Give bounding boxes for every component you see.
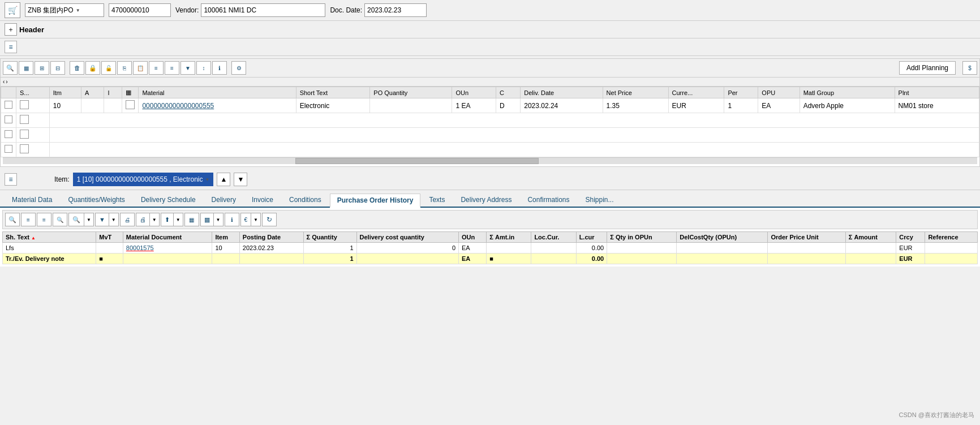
tab-texts[interactable]: Texts	[422, 193, 452, 207]
tab-conditions[interactable]: Conditions	[282, 193, 329, 207]
align-left-btn[interactable]: ≡	[149, 61, 164, 75]
po-print-split-btn[interactable]: 🖨 ▼	[136, 213, 160, 226]
po-table-scroll[interactable]: Sh. Text ▲ MvT Material Document Item Po…	[2, 231, 978, 264]
items-table-toolbar: 🔍 ▦ ⊞ ⊟ 🗑 🔒 🔓 ⎘ 📋 ≡ ≡ ▼ ↕ ℹ ⚙ Addl Plann…	[1, 59, 979, 78]
po-info-btn[interactable]: ℹ	[225, 213, 239, 226]
table-row	[1, 113, 979, 128]
tab-material-data[interactable]: Material Data	[5, 193, 59, 207]
po-export-arrow[interactable]: ▼	[174, 213, 183, 226]
tab-invoice[interactable]: Invoice	[244, 193, 281, 207]
po-search-main[interactable]: 🔍	[69, 213, 84, 226]
grid-btn[interactable]: ▦	[19, 61, 33, 75]
ph-sum-crcy: EUR	[896, 254, 925, 264]
col-c: C	[496, 87, 521, 98]
ph-col-mat-doc: Material Document	[123, 232, 212, 243]
col-plnt: Plnt	[895, 87, 979, 98]
po-refresh-btn[interactable]: ↻	[262, 213, 277, 226]
lock-btn[interactable]: 🔒	[85, 61, 100, 75]
row-select-box[interactable]	[20, 100, 29, 109]
col-checkbox	[1, 87, 16, 98]
vendor-group: Vendor:	[175, 3, 325, 17]
po-currency-arrow[interactable]: ▼	[251, 213, 260, 226]
po-zoom-btn[interactable]: 🔍	[5, 213, 20, 226]
addl-planning-btn[interactable]: Addl Planning	[899, 61, 956, 75]
tab-delivery-schedule[interactable]: Delivery Schedule	[134, 193, 203, 207]
po-print-btn[interactable]: 🖨	[120, 213, 135, 226]
item-nav-down[interactable]: ▼	[234, 173, 247, 186]
unlock-btn[interactable]: 🔓	[101, 61, 116, 75]
item-section-icon[interactable]: ≡	[5, 173, 17, 186]
item-label: Item:	[54, 175, 70, 183]
tile-btn[interactable]: ⊞	[35, 61, 49, 75]
po-search-btn[interactable]: 🔍	[53, 213, 67, 226]
scroll-left[interactable]: ‹	[3, 79, 5, 85]
ph-col-crcy: Crcy	[896, 232, 925, 243]
po-filter-arrow[interactable]: ▼	[109, 213, 118, 226]
po-grid-arrow[interactable]: ▼	[214, 213, 223, 226]
scroll-nav: ‹ ›	[1, 78, 979, 87]
po-print-main[interactable]: 🖨	[136, 213, 150, 226]
row-checkbox[interactable]	[5, 145, 12, 153]
cell-short-text: Electronic	[296, 98, 370, 113]
row-select-box[interactable]	[20, 130, 29, 139]
sort-btn[interactable]: ↕	[196, 61, 211, 75]
po-export-main[interactable]: ⬆	[161, 213, 174, 226]
delete-btn[interactable]: 🗑	[70, 61, 84, 75]
tab-delivery-address[interactable]: Delivery Address	[453, 193, 519, 207]
doc-date-input[interactable]	[364, 3, 427, 17]
po-number-input[interactable]	[109, 3, 171, 17]
po-grid-btn[interactable]: ▦	[184, 213, 199, 226]
section-icon[interactable]: ≡	[5, 41, 17, 53]
items-scrollbar[interactable]	[3, 157, 977, 164]
row-select-box[interactable]	[20, 144, 29, 153]
items-table-scroll[interactable]: S... Itm A I ▦ Material Short Text PO Qu…	[1, 87, 979, 157]
header-expand-btn[interactable]: ＋	[5, 23, 17, 36]
po-export-split-btn[interactable]: ⬆ ▼	[161, 213, 183, 226]
row-checkbox[interactable]	[5, 101, 12, 109]
cell-net-price: 1.35	[603, 98, 668, 113]
row-checkbox[interactable]	[5, 130, 12, 138]
po-grid-split-btn[interactable]: ▦ ▼	[200, 213, 223, 226]
cell-material[interactable]: 0000000000000000555	[139, 98, 296, 113]
tab-quantities-weights[interactable]: Quantities/Weights	[61, 193, 132, 207]
ph-cell-mat-doc[interactable]: 80001575	[123, 243, 212, 254]
filter-btn[interactable]: ▼	[180, 61, 195, 75]
item-dropdown[interactable]: 1 [10] 0000000000000000555 , Electronic …	[73, 173, 214, 186]
row-checkbox[interactable]	[5, 115, 12, 123]
po-search-split-btn[interactable]: 🔍 ▼	[68, 213, 94, 226]
col-short-text: Short Text	[296, 87, 370, 98]
cell-icon-box[interactable]	[126, 100, 135, 109]
header-label: Header	[19, 25, 44, 34]
scroll-right[interactable]: ›	[6, 79, 7, 85]
copy-btn[interactable]: ⎘	[117, 61, 132, 75]
tab-shipping[interactable]: Shippin...	[578, 193, 621, 207]
po-align-right-btn[interactable]: ≡	[37, 213, 51, 226]
align-right-btn[interactable]: ≡	[165, 61, 179, 75]
extra-btn[interactable]: $	[962, 61, 977, 75]
cell-oun: 1 EA	[452, 98, 496, 113]
po-grid-main[interactable]: ▦	[201, 213, 214, 226]
po-filter-split-btn[interactable]: ▼ ▼	[95, 213, 119, 226]
po-type-dropdown[interactable]: ZNB 集团内PO ▼	[25, 3, 104, 17]
po-print-arrow[interactable]: ▼	[150, 213, 159, 226]
po-search-arrow[interactable]: ▼	[84, 213, 93, 226]
item-nav-up[interactable]: ▲	[217, 173, 230, 186]
paste-btn[interactable]: 📋	[133, 61, 148, 75]
tab-delivery[interactable]: Delivery	[204, 193, 243, 207]
ph-cell-item: 10	[212, 243, 239, 254]
row-select-box[interactable]	[20, 115, 29, 124]
info-btn[interactable]: ℹ	[212, 61, 227, 75]
settings-btn[interactable]: ⚙	[231, 61, 246, 75]
po-align-left-btn[interactable]: ≡	[21, 213, 36, 226]
po-filter-main[interactable]: ▼	[96, 213, 109, 226]
po-currency-split-btn[interactable]: € ▼	[240, 213, 261, 226]
detail-btn[interactable]: ⊟	[50, 61, 65, 75]
tab-confirmations[interactable]: Confirmations	[520, 193, 577, 207]
po-currency-main[interactable]: €	[241, 213, 252, 226]
zoom-btn[interactable]: 🔍	[3, 61, 18, 75]
tab-purchase-order-history[interactable]: Purchase Order History	[330, 194, 421, 208]
col-matl-group: Matl Group	[800, 87, 895, 98]
ph-col-loc-cur: Loc.Cur.	[531, 232, 576, 243]
vendor-input[interactable]	[201, 3, 325, 17]
cart-icon: 🛒	[5, 2, 20, 18]
